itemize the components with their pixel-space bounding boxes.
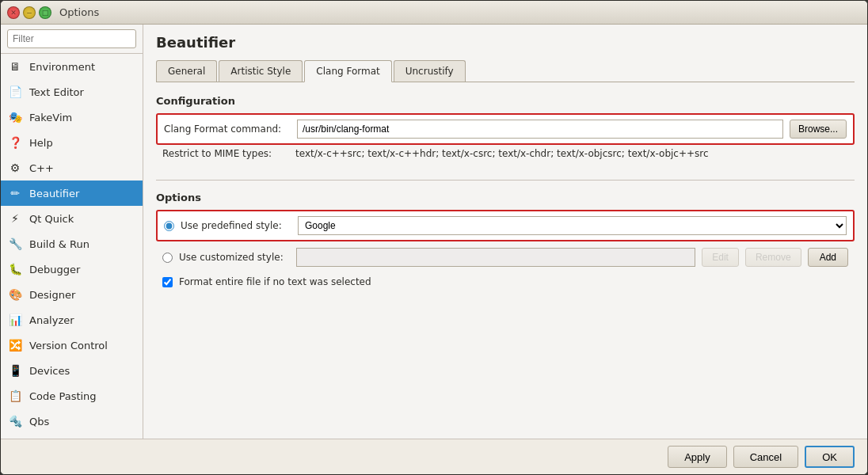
sidebar-item-designer[interactable]: 🎨 Designer bbox=[1, 282, 143, 307]
customized-label: Use customized style: bbox=[179, 252, 290, 263]
tab-uncrustify[interactable]: Uncrustify bbox=[394, 60, 466, 82]
sidebar-label: Help bbox=[29, 137, 53, 149]
predefined-radio[interactable] bbox=[164, 221, 174, 231]
customized-radio[interactable] bbox=[162, 253, 173, 263]
sidebar-item-text-editor[interactable]: 📄 Text Editor bbox=[1, 79, 143, 104]
close-button[interactable]: ✕ bbox=[7, 6, 20, 19]
page-title: Beautifier bbox=[156, 34, 855, 51]
sidebar-item-debugger[interactable]: 🐛 Debugger bbox=[1, 256, 143, 282]
maximize-button[interactable]: □ bbox=[39, 6, 51, 19]
tab-general[interactable]: General bbox=[156, 60, 217, 82]
custom-style-input[interactable] bbox=[296, 248, 695, 267]
ok-button[interactable]: OK bbox=[805, 446, 855, 468]
qt-quick-icon: ⚡ bbox=[7, 211, 23, 226]
edit-button[interactable]: Edit bbox=[702, 248, 739, 267]
sidebar-item-analyzer[interactable]: 📊 Analyzer bbox=[1, 307, 143, 332]
sidebar-item-environment[interactable]: 🖥 Environment bbox=[1, 54, 143, 79]
tab-clang-format[interactable]: Clang Format bbox=[304, 60, 391, 82]
sidebar-list: 🖥 Environment 📄 Text Editor 🎭 FakeVim ❓ … bbox=[1, 54, 143, 439]
beautifier-icon: ✏ bbox=[7, 185, 23, 201]
sidebar: 🖥 Environment 📄 Text Editor 🎭 FakeVim ❓ … bbox=[1, 25, 143, 439]
format-entire-row: Format entire file if no text was select… bbox=[156, 273, 855, 291]
content-area: Beautifier General Artistic Style Clang … bbox=[143, 25, 867, 439]
help-icon: ❓ bbox=[7, 135, 23, 150]
sidebar-label: Text Editor bbox=[29, 86, 84, 98]
debugger-icon: 🐛 bbox=[7, 261, 23, 277]
sidebar-item-code-pasting[interactable]: 📋 Code Pasting bbox=[1, 383, 143, 408]
sidebar-label: Build & Run bbox=[29, 238, 89, 250]
main-content: 🖥 Environment 📄 Text Editor 🎭 FakeVim ❓ … bbox=[1, 25, 867, 439]
options-section: Options Use predefined style: LLVM Googl… bbox=[156, 192, 855, 291]
window-title: Options bbox=[59, 6, 99, 18]
sidebar-item-beautifier[interactable]: ✏ Beautifier bbox=[1, 180, 143, 206]
add-button[interactable]: Add bbox=[808, 248, 848, 267]
command-label: Clang Format command: bbox=[164, 124, 291, 135]
predefined-style-row: Use predefined style: LLVM Google Chromi… bbox=[156, 210, 855, 241]
sidebar-label: Designer bbox=[29, 289, 75, 301]
code-pasting-icon: 📋 bbox=[7, 388, 23, 404]
cancel-button[interactable]: Cancel bbox=[733, 446, 798, 468]
sidebar-label: Qt Quick bbox=[29, 213, 74, 225]
sidebar-item-build-run[interactable]: 🔧 Build & Run bbox=[1, 231, 143, 256]
sidebar-label: Devices bbox=[29, 365, 70, 377]
mime-value: text/x-c++src; text/x-c++hdr; text/x-csr… bbox=[295, 148, 709, 159]
browse-button[interactable]: Browse... bbox=[790, 120, 847, 139]
mime-label: Restrict to MIME types: bbox=[162, 148, 289, 159]
filter-input[interactable] bbox=[7, 29, 136, 48]
command-row: Clang Format command: Browse... bbox=[156, 113, 855, 145]
analyzer-icon: 📊 bbox=[7, 312, 23, 328]
environment-icon: 🖥 bbox=[7, 59, 23, 74]
customized-style-row: Use customized style: Edit Remove Add bbox=[156, 245, 855, 270]
text-editor-icon: 📄 bbox=[7, 84, 23, 100]
qbs-icon: 🔩 bbox=[7, 413, 23, 429]
sidebar-label: Beautifier bbox=[29, 188, 79, 200]
sidebar-label: Code Pasting bbox=[29, 390, 97, 402]
sidebar-label: Version Control bbox=[29, 340, 108, 352]
sidebar-item-fakevim[interactable]: 🎭 FakeVim bbox=[1, 104, 143, 130]
titlebar-buttons: ✕ − □ bbox=[7, 6, 51, 19]
designer-icon: 🎨 bbox=[7, 287, 23, 302]
tabs: General Artistic Style Clang Format Uncr… bbox=[156, 60, 855, 82]
sidebar-label: Environment bbox=[29, 61, 95, 73]
sidebar-item-qbs[interactable]: 🔩 Qbs bbox=[1, 408, 143, 434]
sidebar-label: Debugger bbox=[29, 264, 80, 276]
sidebar-item-qt-quick[interactable]: ⚡ Qt Quick bbox=[1, 206, 143, 231]
format-entire-checkbox[interactable] bbox=[162, 277, 173, 287]
version-control-icon: 🔀 bbox=[7, 337, 23, 353]
options-window: ✕ − □ Options 🖥 Environment 📄 Text Edito… bbox=[0, 0, 868, 475]
cpp-icon: ⚙ bbox=[7, 160, 23, 176]
options-title: Options bbox=[156, 192, 855, 203]
sidebar-label: C++ bbox=[29, 162, 54, 174]
titlebar: ✕ − □ Options bbox=[1, 1, 867, 25]
mime-row: Restrict to MIME types: text/x-c++src; t… bbox=[156, 145, 855, 162]
footer: Apply Cancel OK bbox=[1, 439, 867, 474]
configuration-section: Configuration Clang Format command: Brow… bbox=[156, 95, 855, 162]
predefined-label: Use predefined style: bbox=[181, 220, 291, 231]
devices-icon: 📱 bbox=[7, 363, 23, 378]
sidebar-item-cpp[interactable]: ⚙ C++ bbox=[1, 155, 143, 180]
sidebar-item-help[interactable]: ❓ Help bbox=[1, 130, 143, 155]
filter-box bbox=[1, 25, 143, 54]
sidebar-label: Analyzer bbox=[29, 314, 74, 326]
sidebar-label: FakeVim bbox=[29, 112, 72, 124]
fakevim-icon: 🎭 bbox=[7, 109, 23, 125]
build-run-icon: 🔧 bbox=[7, 236, 23, 252]
tab-artistic-style[interactable]: Artistic Style bbox=[219, 60, 303, 82]
remove-button[interactable]: Remove bbox=[745, 248, 801, 267]
sidebar-item-devices[interactable]: 📱 Devices bbox=[1, 358, 143, 383]
minimize-button[interactable]: − bbox=[23, 6, 36, 19]
configuration-title: Configuration bbox=[156, 95, 855, 107]
command-input[interactable] bbox=[297, 120, 783, 139]
sidebar-item-version-control[interactable]: 🔀 Version Control bbox=[1, 332, 143, 358]
format-entire-label: Format entire file if no text was select… bbox=[179, 276, 371, 287]
style-select[interactable]: LLVM Google Chromium Mozilla WebKit File bbox=[298, 216, 847, 235]
sidebar-label: Qbs bbox=[29, 416, 49, 428]
divider bbox=[156, 180, 855, 180]
apply-button[interactable]: Apply bbox=[668, 446, 727, 468]
